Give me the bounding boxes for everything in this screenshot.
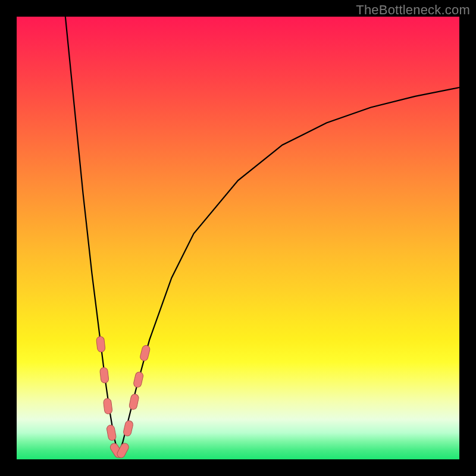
curve-marker	[106, 424, 117, 441]
chart-frame: TheBottleneck.com	[0, 0, 476, 476]
watermark-text: TheBottleneck.com	[356, 2, 470, 18]
curve-marker	[123, 420, 133, 437]
curve-marker	[103, 398, 112, 414]
curve-left	[65, 17, 118, 455]
curve-marker	[99, 367, 109, 383]
curve-right	[118, 87, 459, 455]
curve-marker	[96, 336, 105, 352]
curve-marker	[139, 345, 151, 361]
plot-area	[17, 17, 459, 459]
curve-marker	[133, 371, 143, 388]
curve-marker	[129, 393, 139, 410]
chart-svg	[17, 17, 459, 459]
